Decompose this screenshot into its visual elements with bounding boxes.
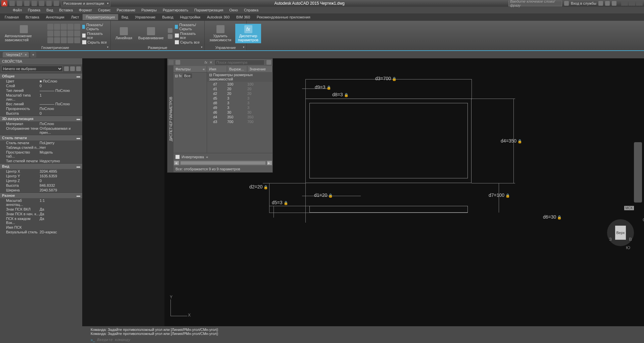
new-tab-button[interactable]: + [30,52,36,58]
selection-dropdown[interactable]: Ничего не выбрано [1,66,63,72]
param-search-input[interactable] [214,60,264,65]
ribbon-tab-3[interactable]: Лист [68,14,83,20]
prop-row[interactable]: Ширина2040.5879 [0,188,82,192]
prop-row[interactable]: Пространство таб...Модель [0,150,82,159]
prop-section[interactable]: Разное▬ [0,192,82,198]
param-row[interactable]: d22020 [207,91,273,96]
help-search[interactable]: Введите ключевое слово/фразу [508,1,562,6]
navigation-bar[interactable] [634,142,642,203]
dim-d8[interactable]: d8=3 [332,92,349,97]
ribbon-tab-0[interactable]: Главная [1,14,22,20]
filter-header[interactable]: Фильтры« [174,66,207,72]
dim-d2[interactable]: d2=20 [249,184,268,189]
param-row[interactable]: d833 [207,101,273,105]
user-icon[interactable] [564,1,569,6]
dim-d3[interactable]: d3=700 [375,76,397,81]
menu-Размеры[interactable]: Размеры [139,7,159,13]
maximize-button[interactable] [629,1,635,6]
prop-row[interactable]: Таблица стилей п...Нет [0,145,82,150]
prop-row[interactable]: Визуальный стиль2D-каркас [0,230,82,234]
dim-d6[interactable]: d6=30 [543,214,562,220]
menu-Справка[interactable]: Справка [241,7,261,13]
menu-Вставка[interactable]: Вставка [56,7,76,13]
col-name[interactable]: Имя [207,66,227,72]
filter-tree[interactable]: ⊟ fx Все [174,72,207,153]
param-filter-icon[interactable] [176,60,180,65]
dim-d9[interactable]: d9=3 [315,84,331,90]
search-icon[interactable] [266,60,271,65]
prop-row[interactable]: Масштаб типа лин...1 [0,93,82,102]
invert-checkbox[interactable] [176,155,180,159]
param-row[interactable]: d933 [207,105,273,110]
ribbon-tab-11[interactable]: Рекомендованные приложения [253,14,314,20]
prop-row[interactable]: Имя ПСК [0,225,82,230]
menu-Параметризация[interactable]: Параметризация [192,7,226,13]
dim-d4[interactable]: d4=350 [501,138,522,144]
prop-row[interactable]: Отображение тениОтбрасываемая и прин... [0,126,82,135]
parameters-manager-panel[interactable]: fx ✕ ДИСПЕТЧЕР ПАРАМЕТРОВ Фильтры« ⊟ fx … [167,58,273,173]
auto-constrain-button[interactable]: Автоналожение зависимостей [3,24,45,43]
param-row[interactable]: d63030 [207,110,273,115]
quick-select-icon[interactable] [76,66,81,71]
param-row[interactable]: d3700700 [207,119,273,124]
hide-all-button[interactable]: Скрыть все [82,40,108,45]
menu-Формат[interactable]: Формат [76,7,95,13]
menu-Файл[interactable]: Файл [10,7,24,13]
show-all-button[interactable]: Показать все [82,31,108,40]
qat-save-icon[interactable] [24,1,30,6]
param-row[interactable]: d4350350 [207,115,273,119]
qat-plot-icon[interactable] [39,1,44,6]
prop-row[interactable]: Стиль печатиПоЦвету [0,140,82,145]
prop-row[interactable]: Вес линий———— ПоСлою [0,102,82,106]
ribbon-tab-2[interactable]: Аннотации [43,14,68,20]
minimize-button[interactable] [621,1,628,6]
dim-icon-2[interactable] [168,34,172,39]
prop-row[interactable]: Центр Z0 [0,178,82,183]
ribbon-tab-7[interactable]: Вывод [159,14,177,20]
ribbon-tab-1[interactable]: Вставка [22,14,43,20]
cloud-icon[interactable] [605,1,610,6]
dim-hide-all-button[interactable]: Скрыть все [175,40,202,45]
ribbon-tab-8[interactable]: Надстройки [177,14,203,20]
qat-undo-icon[interactable] [46,1,52,6]
linear-button[interactable]: Линейная [113,26,134,41]
prop-row[interactable]: ПрозрачностьПоСлою [0,106,82,111]
param-row[interactable]: d12020 [207,87,273,91]
ribbon-tab-4[interactable]: Параметризация [83,14,118,20]
viewcube[interactable]: Верх В З Ю С [607,219,634,246]
help-icon[interactable] [612,1,616,6]
pickadd-icon[interactable] [64,66,69,71]
ucs-name[interactable]: МСК [624,206,634,210]
qat-saveas-icon[interactable] [32,1,37,6]
close-button[interactable] [636,1,643,6]
dim-icon[interactable] [168,28,172,33]
prop-row[interactable]: Высота846.8332 [0,183,82,188]
select-objects-icon[interactable] [70,66,75,71]
viewcube-top[interactable]: Верх [615,226,626,240]
prop-row[interactable]: Цвет■ ПоСлою [0,79,82,83]
menu-Редактировать[interactable]: Редактировать [160,7,191,13]
prop-section[interactable]: Вид▬ [0,163,82,169]
workspace-selector[interactable]: Рисование и аннотации [61,1,110,6]
prop-row[interactable]: Знак ПСК в нач. к...Да [0,212,82,216]
panel-label-dimensional[interactable]: Размерные [111,45,204,50]
exchange-icon[interactable] [598,1,603,6]
dim-show-all-button[interactable]: Показать все [175,31,202,40]
prop-row[interactable]: Тип линий———— ПоСлою [0,88,82,93]
menu-Правка[interactable]: Правка [25,7,43,13]
menu-Сервис[interactable]: Сервис [95,7,113,13]
dim-d7[interactable]: d7=100 [489,192,510,198]
col-value[interactable]: Значение [247,66,273,72]
menu-Рисование[interactable]: Рисование [114,7,138,13]
prop-section[interactable]: Стиль печати▬ [0,135,82,140]
prop-row[interactable]: ПСК в каждом Вэк...Да [0,216,82,225]
ribbon-tab-10[interactable]: BIM 360 [233,14,253,20]
delete-constraints-button[interactable]: Удалить зависимости [207,24,233,43]
prop-row[interactable]: Масштаб аннотац...1:1 [0,198,82,207]
command-input[interactable] [97,338,641,342]
qat-new-icon[interactable] [9,1,15,6]
menu-Вид[interactable]: Вид [44,7,56,13]
prop-row[interactable]: МатериалПоСлою [0,121,82,126]
ribbon-tab-5[interactable]: Вид [118,14,132,20]
panel-label-geometric[interactable]: Геометрические [0,45,110,50]
